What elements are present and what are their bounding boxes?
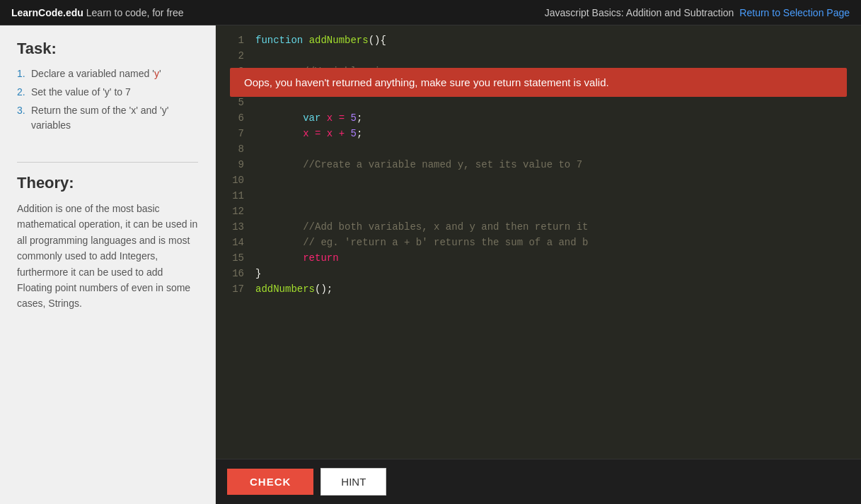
header-brand: LearnCode.edu Learn to code, for free xyxy=(11,7,184,18)
code-content-9: //Create a variable named y, set its val… xyxy=(255,157,582,172)
brand-bold: LearnCode.edu xyxy=(11,7,83,18)
code-content-13: //Add both variables, x and y and then r… xyxy=(255,219,588,235)
task-item-2: 2. Set the value of 'y' to 7 xyxy=(17,85,198,100)
code-content-15: return xyxy=(255,250,339,266)
code-line-12: 12 xyxy=(216,204,861,219)
line-num-7: 7 xyxy=(223,126,244,141)
error-banner: Oops, you haven't returned anything, mak… xyxy=(230,68,847,97)
header-right: Javascript Basics: Addition and Subtract… xyxy=(545,7,850,18)
code-content-16: } xyxy=(255,266,261,281)
task-list: 1. Declare a variabled named 'y' 2. Set … xyxy=(17,66,198,133)
task-section: Task: 1. Declare a variabled named 'y' 2… xyxy=(17,40,198,136)
section-divider xyxy=(17,162,198,163)
header: LearnCode.edu Learn to code, for free Ja… xyxy=(0,0,861,25)
code-content-8 xyxy=(255,141,261,157)
task-text-3: Return the sum of the 'x' and 'y' variab… xyxy=(31,103,198,133)
line-num-17: 17 xyxy=(223,281,244,297)
line-num-5: 5 xyxy=(223,95,244,110)
task-text-1: Declare a variabled named 'y' xyxy=(31,66,161,81)
line-num-13: 13 xyxy=(223,219,244,235)
code-content-7: x = x + 5; xyxy=(255,126,362,141)
brand-rest: Learn to code, for free xyxy=(83,7,184,18)
task-item-3: 3. Return the sum of the 'x' and 'y' var… xyxy=(17,103,198,133)
code-line-8: 8 xyxy=(216,141,861,157)
code-content-5 xyxy=(255,95,261,110)
code-line-1: 1 function addNumbers(){ xyxy=(216,33,861,48)
code-line-6: 6 var x = 5; xyxy=(216,110,861,126)
code-content-6: var x = 5; xyxy=(255,110,362,126)
code-content-1: function addNumbers(){ xyxy=(255,33,386,48)
line-num-15: 15 xyxy=(223,250,244,266)
task-num-2: 2. xyxy=(17,85,28,100)
code-content-12 xyxy=(255,204,261,219)
line-num-2: 2 xyxy=(223,48,244,64)
code-line-14: 14 // eg. 'return a + b' returns the sum… xyxy=(216,235,861,250)
code-area: Oops, you haven't returned anything, mak… xyxy=(216,25,861,504)
code-line-7: 7 x = x + 5; xyxy=(216,126,861,141)
theory-section: Theory: Addition is one of the most basi… xyxy=(17,174,198,312)
code-content-2 xyxy=(255,48,261,64)
code-line-15: 15 return xyxy=(216,250,861,266)
code-content-17: addNumbers(); xyxy=(255,281,333,297)
code-line-5: 5 xyxy=(216,95,861,110)
main-layout: Task: 1. Declare a variabled named 'y' 2… xyxy=(0,25,861,504)
code-line-17: 17 addNumbers(); xyxy=(216,281,861,297)
code-content-10 xyxy=(255,172,261,188)
task-num-3: 3. xyxy=(17,103,28,133)
line-num-16: 16 xyxy=(223,266,244,281)
line-num-11: 11 xyxy=(223,188,244,204)
theory-text: Addition is one of the most basic mathem… xyxy=(17,201,198,312)
code-line-16: 16 } xyxy=(216,266,861,281)
code-line-9: 9 //Create a variable named y, set its v… xyxy=(216,157,861,172)
line-num-9: 9 xyxy=(223,157,244,172)
task-highlight-y: y xyxy=(154,68,159,79)
code-line-11: 11 xyxy=(216,188,861,204)
code-content-11 xyxy=(255,188,261,204)
hint-button[interactable]: HINT xyxy=(320,468,386,496)
line-num-10: 10 xyxy=(223,172,244,188)
return-to-selection-link[interactable]: Return to Selection Page xyxy=(739,7,850,18)
task-text-2: Set the value of 'y' to 7 xyxy=(31,85,131,100)
line-num-12: 12 xyxy=(223,204,244,219)
task-num-1: 1. xyxy=(17,66,28,81)
bottom-bar: CHECK HINT xyxy=(216,459,861,504)
line-num-8: 8 xyxy=(223,141,244,157)
code-line-10: 10 xyxy=(216,172,861,188)
theory-title: Theory: xyxy=(17,174,198,192)
line-num-14: 14 xyxy=(223,235,244,250)
code-line-2: 2 xyxy=(216,48,861,64)
check-button[interactable]: CHECK xyxy=(227,469,313,495)
code-line-13: 13 //Add both variables, x and y and the… xyxy=(216,219,861,235)
task-item-1: 1. Declare a variabled named 'y' xyxy=(17,66,198,81)
page-title: Javascript Basics: Addition and Subtract… xyxy=(545,7,734,18)
task-title: Task: xyxy=(17,40,198,58)
sidebar: Task: 1. Declare a variabled named 'y' 2… xyxy=(0,25,216,504)
line-num-1: 1 xyxy=(223,33,244,48)
code-content-14: // eg. 'return a + b' returns the sum of… xyxy=(255,235,588,250)
line-num-6: 6 xyxy=(223,110,244,126)
